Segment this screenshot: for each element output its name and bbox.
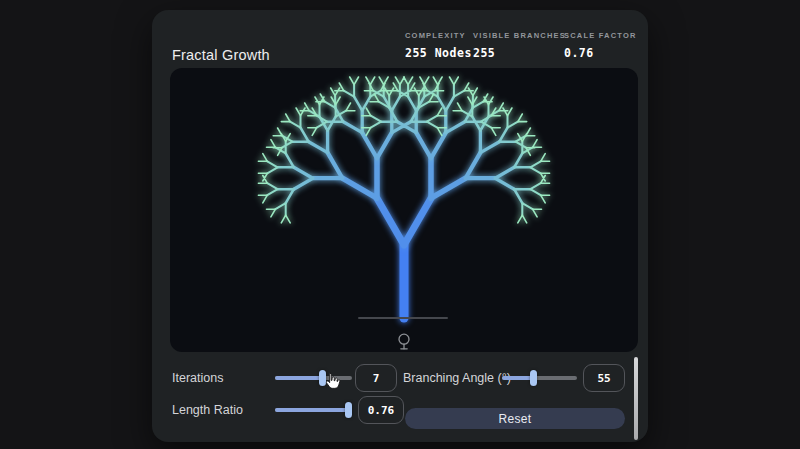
desktop: Fractal Growth COMPLEXITY 255 Nodes VISI… [0, 0, 800, 449]
mouse-cursor [322, 371, 342, 393]
stat-scale-factor-value: 0.76 [564, 46, 637, 60]
fractal-tree [170, 68, 638, 352]
ground-line [358, 317, 448, 319]
stat-visible-branches-label: VISIBLE BRANCHES [473, 31, 566, 40]
branching-angle-slider-thumb[interactable] [530, 370, 537, 386]
length-ratio-value[interactable]: 0.76 [358, 396, 404, 424]
fractal-canvas [170, 68, 638, 352]
stat-scale-factor: SCALE FACTOR 0.76 [564, 31, 637, 60]
iterations-label: Iterations [172, 371, 223, 385]
branching-angle-slider-fill [502, 376, 533, 380]
length-ratio-slider[interactable] [275, 402, 352, 418]
stat-visible-branches: VISIBLE BRANCHES 255 [473, 31, 566, 60]
iterations-slider-fill [275, 376, 322, 380]
stat-complexity-label: COMPLEXITY [405, 31, 472, 40]
stat-complexity: COMPLEXITY 255 Nodes [405, 31, 472, 60]
controls-scrollbar[interactable] [634, 357, 638, 440]
stat-visible-branches-value: 255 [473, 46, 566, 60]
branching-angle-label: Branching Angle (°) [403, 371, 511, 385]
fractal-growth-app-card: Fractal Growth COMPLEXITY 255 Nodes VISI… [152, 10, 648, 442]
iterations-value[interactable]: 7 [355, 364, 397, 392]
controls-panel: Iterations 7 Branching Angle (°) 55 Leng… [152, 355, 648, 442]
length-ratio-slider-fill [275, 408, 349, 412]
tree-icon [395, 332, 413, 352]
length-ratio-label: Length Ratio [172, 403, 243, 417]
app-title: Fractal Growth [172, 47, 270, 63]
reset-button[interactable]: Reset [405, 408, 625, 429]
stat-scale-factor-label: SCALE FACTOR [564, 31, 637, 40]
branching-angle-slider[interactable] [502, 370, 577, 386]
branching-angle-value[interactable]: 55 [583, 364, 625, 392]
stat-complexity-value: 255 Nodes [405, 46, 472, 60]
length-ratio-slider-thumb[interactable] [345, 402, 352, 418]
